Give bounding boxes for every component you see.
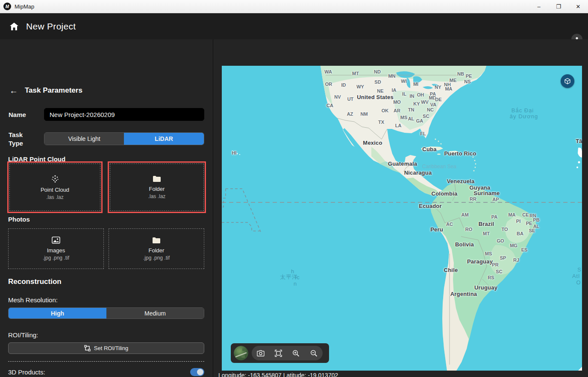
map-label: AZ [347,111,353,117]
map-label: RR [470,196,476,202]
map-label: h [291,268,294,275]
map-label: S [577,266,582,273]
map-label: IL [402,91,406,96]
map-label: TX [378,120,384,125]
products-toggle[interactable] [190,368,204,376]
roi-tiling-label: ROI/Tiling: [8,331,38,339]
map-label: PI [516,219,520,224]
map-label: GA [416,118,423,123]
map-label: Puerto Rico [444,150,476,157]
map-label: MO [393,99,401,105]
map-label: SE [529,228,535,233]
map-label: GO [497,238,504,243]
home-icon[interactable] [9,22,19,31]
task-parameters-panel: ← Task Parameters Name Task Type Visible… [0,39,213,377]
name-label: Name [9,111,26,118]
map-label: ic [295,274,300,281]
map-label: PB [533,217,539,222]
map-3d-view-button[interactable] [561,74,574,88]
map-label: Bắc Đại [512,107,534,114]
map-label: MT [352,71,359,76]
app-logo-icon: M [3,3,11,10]
map-label: AM [461,212,468,217]
map-label: OK [382,108,389,113]
map-label: ây Dương [510,113,538,120]
map-label: MI [413,82,418,87]
maximize-button[interactable]: ❐ [549,0,568,13]
mesh-medium-button[interactable]: Medium [106,308,204,319]
map-label: KY [413,101,420,106]
map-label: PA [491,214,497,219]
map-resize-corner [578,367,582,371]
map-label: NS [464,79,470,84]
project-name-input[interactable] [44,108,204,121]
map-label: OR [325,82,332,87]
basemap-thumbnail[interactable] [234,346,248,360]
map-label: WY [356,84,364,89]
map-label: TO [501,227,508,232]
map-label: RN [529,213,536,218]
map-label: BA [517,231,523,236]
map-panel: Map Preview [214,39,588,377]
map-label: AP [492,197,499,202]
upload-box-formats: .las .laz [148,193,166,199]
task-type-segmented: Visible Light LiDAR [44,132,204,145]
map-label: Caribbean Sea [422,164,456,170]
map-label: Atl [572,273,580,279]
map-label: ES [521,247,528,252]
photos-folder-upload-box[interactable]: Folder .jpg .png .tif [109,228,204,269]
crop-icon [84,345,91,351]
map-label: Guyana [470,184,491,191]
mesh-resolution-label: Mesh Resolution: [8,296,58,304]
map-tool-group [252,346,323,360]
minimize-button[interactable]: – [529,0,549,13]
app-header: New Project [0,13,588,39]
map-label: Ecuador [419,203,441,209]
task-type-lidar[interactable]: LiDAR [124,133,204,145]
map-label: Argentina [450,291,477,297]
upload-box-formats: .jpg .png .tif [43,255,69,261]
map-label: Nicaragua [404,170,432,176]
map-label: HI [232,150,237,155]
map-label: AL [408,116,415,121]
reconstruction-section-title: Reconstruction [8,278,62,286]
map-label: MG [510,243,517,248]
map-toolbar [231,343,329,363]
fit-extent-button[interactable] [273,348,283,358]
mesh-high-button[interactable]: High [9,308,106,319]
task-type-visible-light[interactable]: Visible Light [44,133,124,145]
map-label: CE [522,212,529,217]
photos-section-title: Photos [8,216,30,223]
map-labels-layer: WAMTNDMNORIDWYSDWIMINEIAILINOHPANYNHMAME… [222,66,582,371]
zoom-out-button[interactable] [309,348,318,358]
map-label: PR [492,262,498,267]
set-roi-tiling-button[interactable]: Set ROI/Tiling [8,342,204,354]
map-label: Peru [430,226,443,233]
upload-box-label: Folder [149,186,165,192]
titlebar: M MipMap – ❐ ✕ [0,0,588,13]
map-label: MS [400,115,408,120]
map-canvas[interactable]: WAMTNDMNORIDWYSDWIMINEIAILINOHPANYNHMAME… [222,66,582,371]
task-type-label: Task Type [9,131,35,148]
zoom-in-button[interactable] [291,348,301,358]
map-label: FL [420,131,426,136]
map-label: O [576,279,581,286]
map-label: RS [488,275,494,280]
lidar-folder-upload-box[interactable]: Folder .las .laz [110,164,204,211]
point-cloud-upload-box[interactable]: Point Cloud .las .laz [9,164,100,211]
map-label: RO [465,227,473,232]
back-arrow-icon[interactable]: ← [9,86,18,95]
screenshot-camera-button[interactable] [256,348,265,358]
map-label: NE [377,88,383,94]
images-upload-box[interactable]: Images .jpg .png .tif [8,228,104,269]
close-button[interactable]: ✕ [568,0,588,13]
map-label: MN [388,73,395,79]
map-label: NH [444,82,451,87]
map-label: MA [508,212,515,217]
map-label: PE [466,73,472,79]
map-label: NM [360,111,368,117]
map-label: Guatemala [388,161,417,167]
map-label: ME [450,78,457,83]
map-label: Mexico [363,140,382,146]
map-label: IA [392,88,397,93]
